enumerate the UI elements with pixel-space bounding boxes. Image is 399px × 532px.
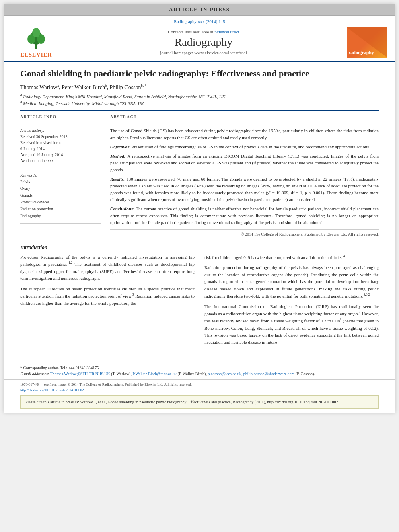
abstract-method: Method: A retrospective analysis of imag… <box>110 153 379 173</box>
sciencedirect-line: Contents lists available at ScienceDirec… <box>60 29 347 34</box>
svg-point-4 <box>32 28 40 37</box>
results-text: 130 images were reviewed, 70 male and 60… <box>110 177 379 202</box>
authors-line: Thomas Warlowa, Peter Walker-Birchb, Phi… <box>20 84 379 91</box>
introduction-section: Introduction Projection Radiography of t… <box>20 244 379 349</box>
keywords-label: Keywords: <box>20 172 101 178</box>
email-walker-birch[interactable]: P.Walker-Birch@tees.ac.uk <box>132 372 177 376</box>
received-date: Received 30 September 2013 <box>20 134 101 140</box>
doi-line: http://dx.doi.org/10.1016/j.radi.2014.01… <box>20 388 379 393</box>
elsevier-tree-icon <box>20 26 52 50</box>
ref-7: 7 <box>359 310 360 314</box>
elsevier-wordmark: ELSEVIER <box>21 52 52 58</box>
article-info-heading: ARTICLE INFO <box>20 115 101 119</box>
citation-note: Please cite this article in press as: Wa… <box>20 395 379 409</box>
radiography-logo-box: radiography <box>347 27 387 58</box>
abstract-heading: ABSTRACT <box>110 115 379 119</box>
body-two-col: Projection Radiography of the pelvis is … <box>20 254 379 349</box>
author-super-b2: b, * <box>141 84 147 88</box>
ref-3: 3 <box>132 293 134 296</box>
sciencedirect-link[interactable]: ScienceDirect <box>214 29 239 34</box>
keyword-6: Radiography <box>20 212 101 219</box>
article-history-label: Article history: <box>20 127 101 134</box>
keyword-3: Gonads <box>20 192 101 199</box>
intro-p4: Radiation protection during radiography … <box>204 264 379 300</box>
affiliation-a-text: Radiology Department, King's Mill Hospit… <box>23 94 225 99</box>
keyword-5: Radiation protection <box>20 205 101 212</box>
radiography-logo-text: radiography <box>348 50 374 56</box>
abstract-objectives: Objectives: Presentation of findings con… <box>110 144 379 150</box>
corresponding-note: * Corresponding author. Tel.: +44 01642 … <box>20 365 379 371</box>
email-label: E-mail addresses: <box>20 372 49 376</box>
footnote-section: * Corresponding author. Tel.: +44 01642 … <box>4 362 395 379</box>
method-text: A retrospective analysis of images from … <box>110 154 379 172</box>
info-top-divider <box>20 123 101 123</box>
journal-top-row: ELSEVIER Contents lists available at Sci… <box>12 26 387 58</box>
accepted-date: Accepted 16 January 2014 <box>20 152 101 158</box>
received-revised-label: Received in revised form <box>20 140 101 146</box>
journal-ref-line: Radiography xxx (2014) 1–5 <box>12 19 387 24</box>
objectives-label: Objectives: <box>110 144 130 149</box>
affiliation-b-text: Medical Imaging, Teesside University, Mi… <box>23 101 144 106</box>
journal-title: Radiography <box>60 36 347 49</box>
conclusions-text: The current practice of gonad shielding … <box>110 206 379 225</box>
method-label: Method: <box>110 154 126 158</box>
introduction-heading: Introduction <box>20 244 379 251</box>
keyword-2: Ovary <box>20 185 101 192</box>
page: ARTICLE IN PRESS Radiography xxx (2014) … <box>4 4 395 413</box>
results-label: Results: <box>110 177 125 181</box>
doi-bar: 1078-8174/$ — see front matter © 2014 Th… <box>4 379 395 395</box>
keyword-4: Protective devices <box>20 199 101 205</box>
objectives-text: Presentation of findings concerning use … <box>132 144 370 149</box>
journal-center-block: Contents lists available at ScienceDirec… <box>60 29 347 55</box>
article-info-abstract-section: ARTICLE INFO Article history: Received 3… <box>20 115 379 238</box>
author-super-a: a <box>57 84 59 88</box>
affiliation-label-a: a <box>20 93 22 97</box>
intro-p2: The European Directive on health protect… <box>20 286 195 307</box>
intro-p3: risk for children aged 0–9 is twice that… <box>204 254 379 261</box>
conclusions-label: Conclusions: <box>110 206 134 211</box>
info-bottom-divider <box>20 223 101 224</box>
email-thomas[interactable]: Thomas.Warlow@SFH-TR.NHS.UK <box>50 372 110 376</box>
email-cosson2[interactable]: philip.cosson@shaderware.com <box>243 372 295 376</box>
journal-homepage: journal homepage: www.elsevier.com/locat… <box>60 50 347 55</box>
abstract-intro: The use of Gonad Shields (GS) has been a… <box>110 127 379 141</box>
sciencedirect-label: Contents lists available at <box>168 29 213 34</box>
banner-text: ARTICLE IN PRESS <box>169 6 230 12</box>
issn-line: 1078-8174/$ — see front matter © 2014 Th… <box>20 382 379 388</box>
abstract-top-divider <box>110 123 379 123</box>
revised-date: 6 January 2014 <box>20 146 101 152</box>
ref-4: 4 <box>343 254 345 258</box>
header-divider <box>20 110 379 111</box>
keywords-block: Keywords: Pelvis Ovary Gonads Protective… <box>20 172 101 219</box>
copyright-line: © 2014 The College of Radiographers. Pub… <box>110 229 379 238</box>
email-line: E-mail addresses: Thomas.Warlow@SFH-TR.N… <box>20 371 379 377</box>
abstract-column: ABSTRACT The use of Gonad Shields (GS) h… <box>110 115 379 238</box>
doi-link[interactable]: http://dx.doi.org/10.1016/j.radi.2014.01… <box>20 388 84 392</box>
article-title: Gonad shielding in paediatric pelvic rad… <box>20 68 379 80</box>
author-super-b1: b <box>105 84 107 88</box>
article-history-block: Article history: Received 30 September 2… <box>20 127 101 164</box>
affiliation-a: a Radiology Department, King's Mill Hosp… <box>20 93 379 99</box>
affiliation-b: b Medical Imaging, Teesside University, … <box>20 100 379 106</box>
available-online: Available online xxx <box>20 158 101 164</box>
abstract-text: The use of Gonad Shields (GS) has been a… <box>110 127 379 238</box>
abstract-conclusions: Conclusions: The current practice of gon… <box>110 205 379 226</box>
email-cosson1[interactable]: p.cosson@tees.ac.uk <box>208 372 241 376</box>
ref-8: 8 <box>340 318 341 321</box>
main-content: Gonad shielding in paediatric pelvic rad… <box>4 62 395 355</box>
abstract-results: Results: 130 images were reviewed, 70 ma… <box>110 176 379 203</box>
info-keywords-divider <box>20 168 101 168</box>
bottom-padding <box>4 409 395 413</box>
body-col-right: risk for children aged 0–9 is twice that… <box>204 254 379 349</box>
affiliation-label-b: b <box>20 100 22 104</box>
article-info-column: ARTICLE INFO Article history: Received 3… <box>20 115 101 238</box>
keywords-list: Pelvis Ovary Gonads Protective devices R… <box>20 178 101 219</box>
ref-5-6-2: 5,6,2 <box>364 293 370 296</box>
elsevier-logo: ELSEVIER <box>12 26 60 58</box>
keyword-1: Pelvis <box>20 178 101 185</box>
ref-1-2: 1,2 <box>68 261 72 265</box>
abstract-intro-text: The use of Gonad Shields (GS) has been a… <box>110 128 379 140</box>
journal-header: Radiography xxx (2014) 1–5 ELSEVIER Cont… <box>4 16 395 62</box>
intro-p5: The International Commission on Radiolog… <box>204 303 379 346</box>
body-col-left: Projection Radiography of the pelvis is … <box>20 254 195 349</box>
